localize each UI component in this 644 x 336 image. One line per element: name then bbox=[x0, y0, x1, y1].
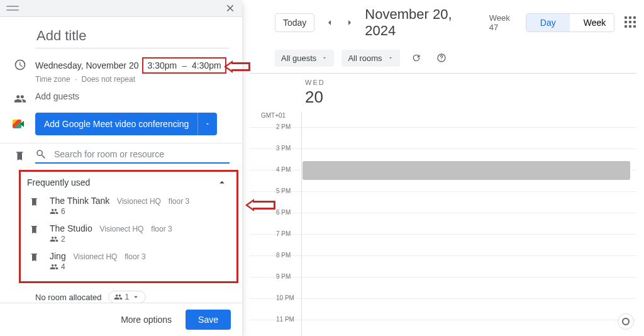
time-dash: – bbox=[182, 60, 187, 70]
save-button[interactable]: Save bbox=[186, 310, 231, 330]
room-location: Visionect HQ bbox=[100, 225, 144, 233]
room-icon bbox=[13, 150, 28, 162]
hour-label: 7 PM bbox=[276, 230, 291, 237]
room-item[interactable]: The Think Tank Visionect HQ floor 3 6 bbox=[27, 192, 230, 220]
tentative-event-block[interactable] bbox=[303, 161, 630, 180]
chat-fab[interactable] bbox=[618, 313, 634, 330]
room-capacity: 6 bbox=[61, 207, 65, 216]
time-range-highlight: 3:30pm – 4:30pm bbox=[142, 57, 226, 74]
add-meet-button[interactable]: Add Google Meet video conferencing bbox=[35, 113, 197, 135]
room-floor: floor 3 bbox=[169, 197, 189, 206]
refresh-button[interactable] bbox=[408, 49, 425, 67]
room-item[interactable]: The Studio Visionect HQ floor 3 2 bbox=[27, 220, 230, 247]
hour-label: 9 PM bbox=[276, 273, 291, 280]
drag-handle-icon[interactable] bbox=[6, 6, 19, 11]
room-location: Visionect HQ bbox=[74, 252, 118, 261]
today-button[interactable]: Today bbox=[275, 13, 314, 32]
frequently-used-rooms-highlight: Frequently used The Think Tank Visionect… bbox=[19, 170, 238, 283]
close-button[interactable] bbox=[225, 3, 236, 14]
timezone-label: GMT+01 bbox=[261, 112, 286, 119]
add-guests-field[interactable]: Add guests bbox=[35, 91, 230, 101]
meet-options-dropdown[interactable] bbox=[197, 113, 217, 135]
prev-day-button[interactable] bbox=[321, 14, 338, 31]
event-date[interactable]: Wednesday, November 20 bbox=[35, 60, 138, 70]
hour-label: 6 PM bbox=[276, 209, 291, 216]
panel-header bbox=[0, 0, 242, 17]
day-of-week-label: WED bbox=[305, 79, 636, 86]
all-rooms-filter[interactable]: All rooms bbox=[341, 50, 399, 67]
day-view-button[interactable]: Day bbox=[526, 14, 570, 31]
timezone-link[interactable]: Time zone bbox=[35, 75, 70, 84]
svg-point-1 bbox=[441, 60, 441, 60]
room-location: Visionect HQ bbox=[117, 197, 161, 206]
event-title-input[interactable] bbox=[35, 27, 230, 48]
hour-label: 8 PM bbox=[276, 252, 291, 259]
frequently-used-header[interactable]: Frequently used bbox=[27, 177, 90, 188]
hour-label: 4 PM bbox=[276, 166, 291, 173]
clock-icon bbox=[13, 57, 28, 71]
hour-label: 3 PM bbox=[276, 145, 291, 152]
room-icon bbox=[27, 196, 42, 207]
hour-label: 5 PM bbox=[276, 188, 291, 194]
next-day-button[interactable] bbox=[341, 14, 358, 31]
view-switch: Day Week bbox=[526, 13, 614, 32]
all-guests-filter[interactable]: All guests bbox=[275, 50, 334, 67]
people-icon bbox=[13, 91, 28, 105]
help-button[interactable] bbox=[433, 49, 450, 67]
room-item[interactable]: Jing Visionect HQ floor 3 4 bbox=[27, 247, 230, 275]
end-time[interactable]: 4:30pm bbox=[192, 60, 221, 70]
guest-count-chip[interactable]: 1 bbox=[108, 291, 147, 303]
room-icon bbox=[27, 251, 42, 262]
room-name: The Think Tank bbox=[50, 196, 109, 206]
google-meet-icon bbox=[13, 116, 28, 132]
apps-icon[interactable] bbox=[625, 16, 636, 29]
event-editor-panel: Wednesday, November 20 3:30pm – 4:30pm T… bbox=[0, 0, 242, 336]
room-icon bbox=[27, 223, 42, 235]
chevron-up-icon[interactable] bbox=[216, 177, 228, 188]
start-time[interactable]: 3:30pm bbox=[147, 60, 177, 70]
room-name: Jing bbox=[50, 251, 66, 261]
room-name: The Studio bbox=[50, 223, 92, 233]
week-view-button[interactable]: Week bbox=[570, 14, 615, 31]
room-floor: floor 3 bbox=[125, 252, 145, 261]
repeat-link[interactable]: Does not repeat bbox=[82, 75, 135, 84]
day-number[interactable]: 20 bbox=[305, 87, 636, 107]
hour-label: 10 PM bbox=[276, 294, 294, 301]
no-room-allocated-label: No room allocated bbox=[35, 293, 102, 302]
room-floor: floor 3 bbox=[151, 225, 172, 233]
week-number: Week 47 bbox=[489, 13, 519, 32]
room-search-input[interactable] bbox=[53, 148, 230, 160]
hour-label: 2 PM bbox=[276, 123, 291, 130]
calendar-grid[interactable]: GMT+01 2 PM 3 PM 4 PM 5 PM 6 PM 7 PM 8 P… bbox=[250, 112, 636, 336]
more-options-button[interactable]: More options bbox=[117, 314, 175, 325]
calendar-date-heading[interactable]: November 20, 2024 bbox=[365, 6, 479, 39]
hour-label: 11 PM bbox=[276, 316, 294, 323]
calendar-panel: Today November 20, 2024 Week 47 Day Week… bbox=[242, 0, 644, 336]
room-capacity: 4 bbox=[61, 262, 65, 271]
room-capacity: 2 bbox=[61, 235, 65, 244]
search-icon bbox=[35, 148, 47, 160]
